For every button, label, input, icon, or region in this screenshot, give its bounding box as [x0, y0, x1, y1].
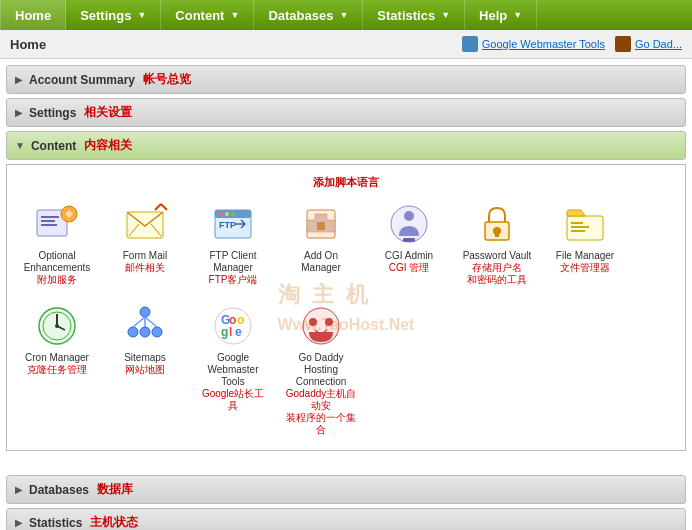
file-manager-label-en: File Manager	[556, 250, 614, 262]
account-title-en: Account Summary	[29, 73, 135, 87]
content-gap	[6, 455, 686, 475]
content-title-en: Content	[31, 139, 76, 153]
statistics-title-en: Statistics	[29, 516, 82, 530]
password-label-cn: 存储用户名和密码的工具	[467, 262, 527, 286]
svg-text:l: l	[229, 325, 232, 339]
nav-statistics[interactable]: Statistics ▼	[363, 0, 465, 30]
svg-line-33	[133, 317, 145, 327]
nav-statistics-arrow: ▼	[441, 10, 450, 20]
google-wmt-label-en: Google Webmaster Tools	[197, 352, 269, 388]
nav-content-arrow: ▼	[230, 10, 239, 20]
svg-text:e: e	[235, 325, 242, 339]
content-section-header[interactable]: ▼ Content 内容相关	[6, 131, 686, 160]
databases-title-en: Databases	[29, 483, 89, 497]
password-icon	[473, 200, 521, 248]
google-webmaster-link[interactable]: Google Webmaster Tools	[462, 36, 605, 52]
svg-rect-21	[571, 222, 583, 224]
svg-point-10	[231, 212, 235, 216]
svg-point-29	[140, 307, 150, 317]
optional-label-en: Optional Enhancements	[21, 250, 93, 274]
svg-point-8	[219, 212, 223, 216]
main-content: ▶ Account Summary 帐号总览 ▶ Settings 相关设置 ▼…	[0, 59, 692, 530]
svg-rect-2	[41, 216, 59, 218]
nav-settings-arrow: ▼	[137, 10, 146, 20]
svg-point-30	[128, 327, 138, 337]
google-wmt-label-cn: Google站长工具	[197, 388, 269, 412]
cron-label-en: Cron Manager	[25, 352, 89, 364]
cron-icon-item[interactable]: Cron Manager 克隆任务管理	[17, 298, 97, 440]
ftp-icon: FTP	[209, 200, 257, 248]
account-title-cn: 帐号总览	[143, 71, 191, 88]
addon-icon	[297, 200, 345, 248]
home-breadcrumb[interactable]: Home	[10, 37, 46, 52]
databases-arrow-icon: ▶	[15, 484, 23, 495]
nav-databases-arrow: ▼	[339, 10, 348, 20]
header-row: Home Google Webmaster Tools Go Dad...	[0, 30, 692, 59]
svg-rect-13	[317, 222, 325, 230]
optional-enhancements-icon-item[interactable]: Optional Enhancements 附加服务	[17, 196, 97, 290]
svg-line-35	[145, 317, 157, 327]
account-arrow-icon: ▶	[15, 74, 23, 85]
svg-point-28	[55, 324, 59, 328]
form-mail-icon-item[interactable]: Form Mail 邮件相关	[105, 196, 185, 290]
google-webmaster-icon	[462, 36, 478, 52]
statistics-title-cn: 主机状态	[90, 514, 138, 530]
godaddy-label-cn: Godaddy主机自动安装程序的一个集合	[285, 388, 357, 436]
statistics-arrow-icon: ▶	[15, 517, 23, 528]
databases-section-header[interactable]: ▶ Databases 数据库	[6, 475, 686, 504]
settings-arrow-icon: ▶	[15, 107, 23, 118]
addon-icon-item[interactable]: Add On Manager	[281, 196, 361, 290]
godaddy-link[interactable]: Go Dad...	[615, 36, 682, 52]
addon-label-en: Add On Manager	[285, 250, 357, 274]
sitemaps-icon-item[interactable]: Sitemaps 网站地图	[105, 298, 185, 440]
sitemaps-label-en: Sitemaps	[124, 352, 166, 364]
settings-title-cn: 相关设置	[84, 104, 132, 121]
settings-section-header[interactable]: ▶ Settings 相关设置	[6, 98, 686, 127]
file-manager-icon	[561, 200, 609, 248]
sitemaps-label-cn: 网站地图	[125, 364, 165, 376]
cgi-label-en: CGI Admin	[385, 250, 433, 262]
cron-label-cn: 克隆任务管理	[27, 364, 87, 376]
nav-help[interactable]: Help ▼	[465, 0, 537, 30]
ftp-label-cn: FTP客户端	[209, 274, 258, 286]
file-manager-label-cn: 文件管理器	[560, 262, 610, 274]
icons-grid: Optional Enhancements 附加服务 Fo	[17, 196, 675, 440]
nav-bar: Home Settings ▼ Content ▼ Databases ▼ St…	[0, 0, 692, 30]
account-section-header[interactable]: ▶ Account Summary 帐号总览	[6, 65, 686, 94]
svg-point-32	[152, 327, 162, 337]
cgi-icon-item[interactable]: CGI Admin CGI 管理	[369, 196, 449, 290]
content-panel: 淘 主 机 Www.TaoHost.Net 添加脚本语言	[6, 164, 686, 451]
optional-enhancements-icon	[33, 200, 81, 248]
google-wmt-icon: G o o g l e	[209, 302, 257, 350]
godaddy-box-icon	[297, 302, 345, 350]
settings-title-en: Settings	[29, 106, 76, 120]
godaddy-icon-item[interactable]: Go Daddy Hosting Connection Godaddy主机自动安…	[281, 298, 361, 440]
ftp-icon-item[interactable]: FTP FTP Client Manager FTP客户端	[193, 196, 273, 290]
nav-databases[interactable]: Databases ▼	[254, 0, 363, 30]
statistics-section-header[interactable]: ▶ Statistics 主机状态	[6, 508, 686, 530]
google-wmt-icon-item[interactable]: G o o g l e Google Webmaster Tools Googl…	[193, 298, 273, 440]
godaddy-icon	[615, 36, 631, 52]
password-icon-item[interactable]: Password Vault 存储用户名和密码的工具	[457, 196, 537, 290]
svg-rect-3	[41, 220, 55, 222]
nav-settings[interactable]: Settings ▼	[66, 0, 161, 30]
addon-annotation: 添加脚本语言	[17, 175, 675, 190]
ftp-label-en: FTP Client Manager	[197, 250, 269, 274]
optional-label-cn: 附加服务	[37, 274, 77, 286]
svg-point-45	[325, 318, 333, 326]
formmail-label-cn: 邮件相关	[125, 262, 165, 274]
svg-rect-19	[495, 231, 499, 237]
svg-rect-23	[571, 230, 585, 232]
nav-content[interactable]: Content ▼	[161, 0, 254, 30]
svg-point-15	[404, 211, 414, 221]
file-manager-icon-item[interactable]: File Manager 文件管理器	[545, 196, 625, 290]
svg-rect-4	[41, 224, 57, 226]
password-label-en: Password Vault	[463, 250, 532, 262]
svg-rect-16	[403, 238, 415, 242]
nav-home[interactable]: Home	[0, 0, 66, 30]
cgi-label-cn: CGI 管理	[389, 262, 430, 274]
svg-point-31	[140, 327, 150, 337]
cgi-icon	[385, 200, 433, 248]
sitemaps-icon	[121, 302, 169, 350]
svg-text:FTP: FTP	[219, 220, 236, 230]
